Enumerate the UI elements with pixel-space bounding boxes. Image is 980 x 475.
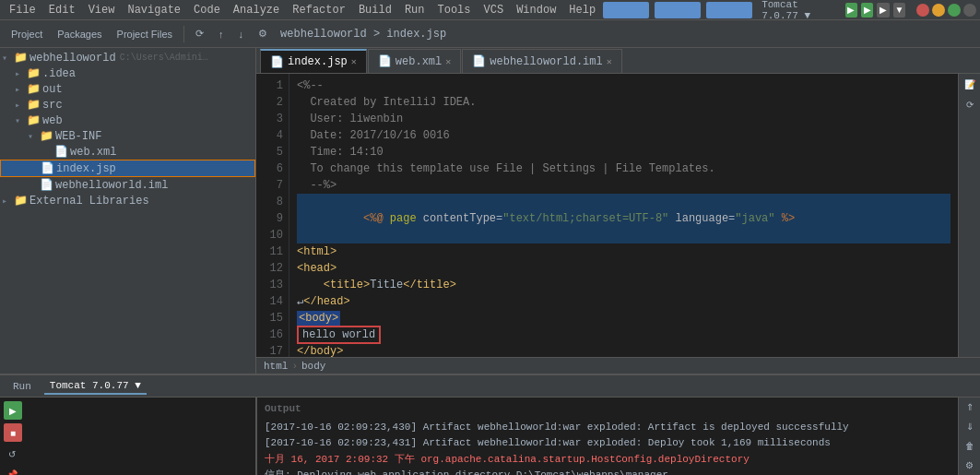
debug-button[interactable]: ▶ (861, 3, 873, 18)
menu-build[interactable]: Build (353, 2, 397, 18)
editor-tabs: 📄 index.jsp ✕ 📄 web.xml ✕ 📄 webhelloworl… (256, 48, 980, 74)
menu-file[interactable]: File (4, 2, 41, 18)
tree-label-webhelloworld: webhelloworld (30, 52, 116, 65)
maximize-window-button[interactable] (948, 4, 961, 17)
secondary-toolbar: Project Packages Project Files ⟳ ↑ ↓ ⚙ w… (0, 20, 980, 48)
menu-tools[interactable]: Tools (432, 2, 477, 18)
editor-wrapper: 📄 index.jsp ✕ 📄 web.xml ✕ 📄 webhelloworl… (256, 48, 980, 374)
menu-bar: File Edit View Navigate Code Analyze Ref… (0, 0, 980, 20)
tree-label-iml: webhelloworld.iml (55, 179, 168, 192)
tab-indexjsp[interactable]: 📄 index.jsp ✕ (260, 49, 367, 73)
tab-icon-iml: 📄 (472, 54, 486, 68)
log-line-0: [2017-10-16 02:09:23,430] Artifact webhe… (265, 420, 950, 436)
tab-webxml[interactable]: 📄 web.xml ✕ (368, 49, 461, 73)
scroll-top-button[interactable]: ⇑ (962, 399, 978, 415)
tab-close-iml[interactable]: ✕ (607, 56, 612, 67)
file-icon-iml: 📄 (39, 178, 53, 192)
project-dropdown[interactable]: Project (6, 27, 48, 42)
output-panel: Output [2017-10-16 02:09:23,430] Artifac… (257, 398, 958, 475)
tree-path-webhelloworld: C:\Users\Administrator\Desktop\webhello.… (120, 53, 212, 63)
code-line-7: --%> (297, 177, 950, 194)
code-line-6: To change this template use File | Setti… (297, 160, 950, 177)
rerun-button[interactable]: ▶ (4, 401, 22, 420)
menu-help[interactable]: Help (563, 2, 601, 18)
minimize-window-button[interactable] (932, 4, 945, 17)
tree-item-extlibs[interactable]: ▸ 📁 External Libraries (0, 193, 255, 208)
breadcrumb-html: html (264, 361, 288, 372)
tomcat-config-label: Tomcat 7.0.77 ▼ (762, 0, 838, 21)
bp-tab-tomcat[interactable]: Tomcat 7.0.77 ▼ (44, 378, 147, 395)
tab-iml[interactable]: 📄 webhelloworld.iml ✕ (462, 49, 621, 73)
file-icon-indexjsp: 📄 (40, 161, 54, 175)
tree-item-src[interactable]: ▸ 📁 src (0, 97, 255, 113)
stop-button[interactable]: ■ (4, 423, 22, 442)
file-icon-webxml: 📄 (53, 145, 68, 159)
tree-arrow-web: ▾ (15, 115, 26, 126)
packages-dropdown[interactable]: Packages (52, 27, 107, 42)
tree-item-web[interactable]: ▾ 📁 web (0, 113, 255, 128)
tab-close-webxml[interactable]: ✕ (445, 56, 451, 67)
run-toolbar: Tomcat 7.0.77 ▼ ▶ ▶ ▶ ▼ (603, 0, 976, 21)
tree-item-webxml[interactable]: 📄 web.xml (0, 144, 255, 160)
log-line-3: 信息: Deploying web application directory … (265, 468, 950, 475)
line-numbers: 1 2 3 4 5 6 7 8 9 10 11 12 13 14 15 16 1… (256, 74, 289, 357)
tab-label-webxml: web.xml (396, 55, 442, 68)
tree-item-root[interactable]: ▾ 📁 webhelloworld C:\Users\Administrator… (0, 50, 255, 65)
folder-icon-out: 📁 (26, 82, 41, 96)
scroll-bottom-button[interactable]: ⇓ (962, 419, 978, 434)
menu-edit[interactable]: Edit (43, 2, 81, 18)
editor-content: 1 2 3 4 5 6 7 8 9 10 11 12 13 14 15 16 1… (256, 74, 980, 357)
right-tool-2[interactable]: ⟳ (962, 96, 978, 113)
menu-code[interactable]: Code (188, 2, 226, 18)
settings-log-button[interactable]: ⚙ (962, 457, 978, 473)
tree-label-extlibs: External Libraries (30, 195, 149, 208)
restart-button[interactable]: ↺ (4, 445, 20, 462)
tab-icon-jsp: 📄 (270, 55, 284, 69)
code-display[interactable]: <%-- Created by IntelliJ IDEA. User: liw… (289, 74, 958, 357)
project-files-dropdown[interactable]: Project Files (112, 27, 179, 42)
menu-view[interactable]: View (83, 2, 121, 18)
tab-icon-xml: 📄 (378, 54, 392, 68)
output-label: Output (265, 401, 950, 418)
project-tree: ▾ 📁 webhelloworld C:\Users\Administrator… (0, 48, 255, 374)
menu-analyze[interactable]: Analyze (228, 2, 285, 18)
tree-label-idea: .idea (42, 67, 76, 80)
folder-icon-src: 📁 (26, 98, 41, 112)
code-line-2: Created by IntelliJ IDEA. (297, 94, 950, 111)
right-panel-tools: 📝 ⟳ (958, 74, 980, 357)
tree-item-idea[interactable]: ▸ 📁 .idea (0, 65, 255, 81)
main-area: ▾ 📁 webhelloworld C:\Users\Administrator… (0, 48, 980, 374)
bp-tab-run[interactable]: Run (7, 379, 37, 394)
tree-item-out[interactable]: ▸ 📁 out (0, 81, 255, 97)
close-window-button[interactable] (916, 4, 929, 17)
more-run-button[interactable]: ▼ (893, 3, 905, 18)
tree-arrow-extlibs: ▸ (2, 196, 13, 207)
tab-close-indexjsp[interactable]: ✕ (351, 56, 357, 67)
tree-label-webinf: WEB-INF (55, 130, 101, 143)
menu-refactor[interactable]: Refactor (287, 2, 351, 18)
menu-run[interactable]: Run (399, 2, 431, 18)
code-line-12: ↵</head> (297, 293, 950, 310)
deployment-panel: ▶ ■ ↺ 📌 Deployment webhelloworld:war exp… (0, 398, 256, 475)
menu-navigate[interactable]: Navigate (122, 2, 186, 18)
breadcrumb-sep-1: › (291, 361, 298, 372)
settings-window-button[interactable] (963, 4, 976, 17)
vcs-button[interactable]: 📝 (962, 76, 978, 92)
menu-vcs[interactable]: VCS (478, 2, 510, 18)
code-line-3: User: liwenbin (297, 111, 950, 127)
up-button[interactable]: ↑ (213, 27, 230, 42)
menu-window[interactable]: Window (511, 2, 561, 18)
folder-icon-extlibs: 📁 (13, 194, 28, 208)
down-button[interactable]: ↓ (233, 27, 250, 42)
pin-button[interactable]: 📌 (4, 466, 20, 475)
run-button[interactable]: ▶ (845, 3, 857, 18)
settings-button[interactable]: ⚙ (253, 26, 273, 42)
coverage-button[interactable]: ▶ (877, 3, 889, 18)
clear-log-button[interactable]: 🗑 (962, 438, 978, 454)
toolbar-sep-1 (183, 26, 184, 42)
tree-item-indexjsp[interactable]: 📄 index.jsp (0, 160, 255, 177)
sync-button[interactable]: ⟳ (190, 26, 209, 42)
breadcrumb-body: body (301, 361, 325, 372)
tree-item-webinf[interactable]: ▾ 📁 WEB-INF (0, 128, 255, 144)
tree-item-iml[interactable]: 📄 webhelloworld.iml (0, 177, 255, 193)
